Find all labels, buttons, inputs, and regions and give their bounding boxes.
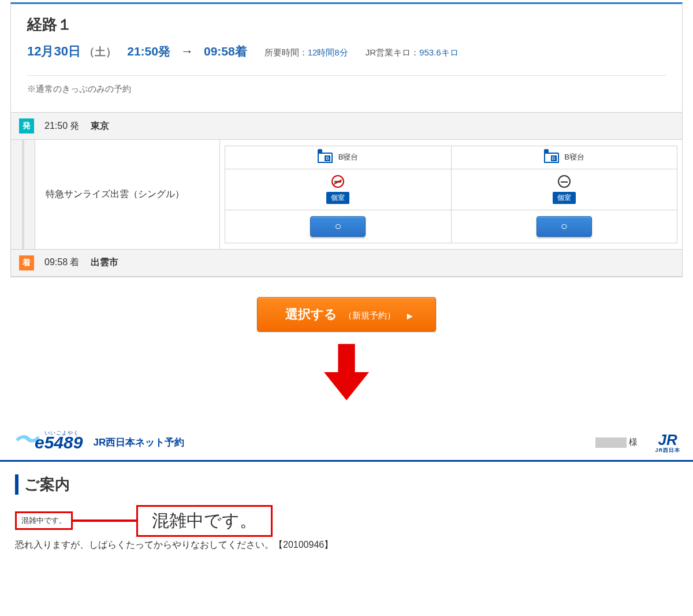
private-room-badge: 個室 <box>553 192 576 204</box>
route-day: （土） <box>84 46 117 58</box>
train-name: 特急サンライズ出雲（シングル） <box>35 140 220 249</box>
bed-icon: B <box>544 153 559 163</box>
notice-section: ご案内 混雑中です。 混雑中です。 恐れ入りますが、しばらくたってからやりなおし… <box>0 462 693 557</box>
e5489-logo: いいごよやく 〜e5489 <box>13 433 83 452</box>
itinerary-body: 特急サンライズ出雲（シングル） B B寝台 B B寝台 <box>11 140 682 250</box>
service-name: JR西日本ネット予約 <box>93 436 184 449</box>
arrival-badge: 着 <box>19 255 34 270</box>
departure-time: 21:50発 <box>127 43 170 60</box>
route-title: 経路１ <box>27 14 666 35</box>
route-note: ※通常のきっぷのみの予約 <box>11 76 682 112</box>
seat-col1-bed: B B寝台 <box>225 146 452 169</box>
rail-line-icon <box>11 140 35 249</box>
jr-logo: JRJR西日本 <box>655 431 680 454</box>
no-smoking-icon <box>331 175 344 188</box>
arrival-row-time: 09:58 着 <box>44 257 79 269</box>
seat-col1-room: 個室 <box>225 169 452 210</box>
route-date: 12月30日 （土） <box>27 43 117 60</box>
user-name-redacted <box>595 437 627 448</box>
select-button-wrap: 選択する （新規予約） ▶ <box>0 297 693 332</box>
route-header: 経路１ 12月30日 （土） 21:50発 → 09:58着 所要時間：12時間… <box>11 4 682 68</box>
seat-select-button[interactable]: ○ <box>536 216 592 237</box>
seat-col2-select: ○ <box>451 210 677 243</box>
arrival-time: 09:58着 <box>204 43 247 60</box>
seat-col2-bed: B B寝台 <box>451 146 677 169</box>
svg-marker-0 <box>324 344 369 400</box>
notice-heading: ご案内 <box>15 474 678 495</box>
busy-callout-big: 混雑中です。 <box>136 505 273 537</box>
route-summary: 12月30日 （土） 21:50発 → 09:58着 所要時間：12時間8分 J… <box>27 43 666 60</box>
bed-icon: B <box>318 153 333 163</box>
seat-options: B B寝台 B B寝台 個室 <box>220 140 682 249</box>
prohibited-icon <box>558 175 571 188</box>
route-panel: 経路１ 12月30日 （土） 21:50発 → 09:58着 所要時間：12時間… <box>10 2 683 277</box>
departure-station: 東京 <box>91 120 109 132</box>
distance: JR営業キロ：953.6キロ <box>366 47 459 58</box>
select-button[interactable]: 選択する （新規予約） ▶ <box>257 297 435 332</box>
arrival-station: 出雲市 <box>91 257 118 269</box>
itinerary: 発 21:50 発 東京 特急サンライズ出雲（シングル） B B寝台 B B寝台 <box>11 112 682 277</box>
departure-row: 発 21:50 発 東京 <box>11 113 682 140</box>
callout-connector <box>73 519 136 522</box>
seat-col2-room: 個室 <box>451 169 677 210</box>
down-arrow-icon <box>0 343 693 403</box>
arrow-icon: → <box>181 44 193 59</box>
seat-select-button[interactable]: ○ <box>310 216 366 237</box>
busy-callout-small: 混雑中です。 <box>15 511 73 530</box>
notice-body: 恐れ入りますが、しばらくたってからやりなおしてください。【20100946】 <box>15 539 678 551</box>
seat-col1-select: ○ <box>225 210 452 243</box>
private-room-badge: 個室 <box>326 192 349 204</box>
chevron-right-icon: ▶ <box>407 312 412 320</box>
departure-row-time: 21:50 発 <box>44 120 79 132</box>
departure-badge: 発 <box>19 118 34 133</box>
e5489-header: いいごよやく 〜e5489 JR西日本ネット予約 様 JRJR西日本 <box>0 425 693 458</box>
user-label: 様 <box>595 437 638 448</box>
duration: 所要時間：12時間8分 <box>264 47 348 58</box>
busy-callouts: 混雑中です。 混雑中です。 <box>15 505 678 537</box>
arrival-row: 着 09:58 着 出雲市 <box>11 250 682 277</box>
